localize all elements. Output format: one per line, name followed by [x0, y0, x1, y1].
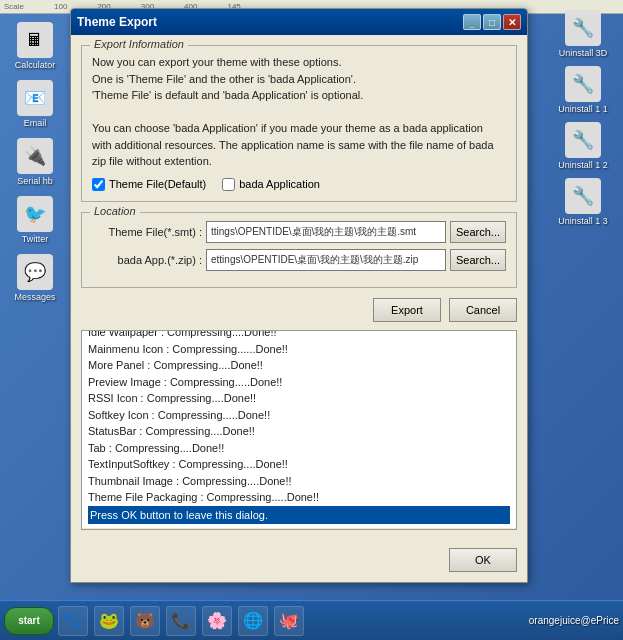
location-group: Location Theme File(*.smt) : Search... b… [81, 212, 517, 288]
export-button[interactable]: Export [373, 298, 441, 322]
desktop-icon-serial[interactable]: 🔌 Serial hb [0, 138, 70, 186]
export-info-group: Export Information Now you can export yo… [81, 45, 517, 202]
taskbar-icon-2[interactable]: 🐸 [94, 606, 124, 636]
bada-app-checkbox-label: bada Application [239, 178, 320, 190]
bada-app-input[interactable] [206, 249, 446, 271]
export-info-label: Export Information [90, 38, 188, 50]
theme-file-search-button[interactable]: Search... [450, 221, 506, 243]
log-line: Mainmenu Icon : Compressing......Done!! [88, 341, 510, 358]
taskbar-icons: 🐾 🐸 🐻 📞 🌸 🌐 🐙 [58, 606, 525, 636]
taskbar-icon-5[interactable]: 🌸 [202, 606, 232, 636]
bada-app-row: bada App.(*.zip) : Search... [92, 249, 506, 271]
dialog-title: Theme Export [77, 15, 157, 29]
action-buttons: Export Cancel [81, 298, 517, 322]
uninstall-label-4: Uninstall 1 3 [558, 216, 608, 226]
ruler-mark: 100 [54, 2, 67, 11]
taskbar-icon-4[interactable]: 📞 [166, 606, 196, 636]
email-icon: 📧 [17, 80, 53, 116]
taskbar-icon-3[interactable]: 🐻 [130, 606, 160, 636]
theme-file-label: Theme File(*.smt) : [92, 226, 202, 238]
calculator-icon: 🖩 [17, 22, 53, 58]
log-line: Press OK button to leave this dialog. [88, 506, 510, 525]
checkbox-row: Theme File(Default) bada Application [92, 178, 506, 191]
theme-file-row: Theme File(*.smt) : Search... [92, 221, 506, 243]
log-line: Thumbnail Image : Compressing....Done!! [88, 473, 510, 490]
title-bar: Theme Export _ □ ✕ [71, 9, 527, 35]
taskbar-right: orangejuice@ePrice [529, 615, 619, 626]
ok-button[interactable]: OK [449, 548, 517, 572]
tray-user-text: orangejuice@ePrice [529, 615, 619, 626]
theme-file-checkbox-label: Theme File(Default) [109, 178, 206, 190]
log-area[interactable]: Start!!Battery Icon : Compressing....Don… [81, 330, 517, 530]
dialog-content: Export Information Now you can export yo… [71, 35, 527, 540]
taskbar-icon-6[interactable]: 🌐 [238, 606, 268, 636]
log-line: Theme File Packaging : Compressing.....D… [88, 489, 510, 506]
uninstall-label-3: Uninstall 1 2 [558, 160, 608, 170]
taskbar-icon-1[interactable]: 🐾 [58, 606, 88, 636]
maximize-button[interactable]: □ [483, 14, 501, 30]
desktop-icon-right-2[interactable]: 🔧 Uninstall 1 1 [548, 66, 618, 114]
ruler-mark: Scale [4, 2, 24, 11]
bada-app-search-button[interactable]: Search... [450, 249, 506, 271]
checkbox-bada-app[interactable]: bada Application [222, 178, 320, 191]
desktop-icon-messages[interactable]: 💬 Messages [0, 254, 70, 302]
minimize-button[interactable]: _ [463, 14, 481, 30]
cancel-button[interactable]: Cancel [449, 298, 517, 322]
log-line: Softkey Icon : Compressing.....Done!! [88, 407, 510, 424]
desktop-icon-right-4[interactable]: 🔧 Uninstall 1 3 [548, 178, 618, 226]
info-line-2: One is 'Theme File' and the other is 'ba… [92, 71, 506, 88]
bada-app-label: bada App.(*.zip) : [92, 254, 202, 266]
right-desktop-icons: 🔧 Uninstall 3D 🔧 Uninstall 1 1 🔧 Uninsta… [543, 0, 623, 520]
uninstall-label-2: Uninstall 1 1 [558, 104, 608, 114]
uninstall-icon-4: 🔧 [565, 178, 601, 214]
uninstall-icon-3: 🔧 [565, 122, 601, 158]
export-info-text: Now you can export your theme with these… [92, 54, 506, 170]
log-line: TextInputSoftkey : Compressing....Done!! [88, 456, 510, 473]
twitter-icon: 🐦 [17, 196, 53, 232]
log-line: RSSI Icon : Compressing....Done!! [88, 390, 510, 407]
close-button[interactable]: ✕ [503, 14, 521, 30]
checkbox-theme-file[interactable]: Theme File(Default) [92, 178, 206, 191]
desktop-icon-right-1[interactable]: 🔧 Uninstall 3D [548, 10, 618, 58]
theme-file-checkbox[interactable] [92, 178, 105, 191]
log-line: Tab : Compressing....Done!! [88, 440, 510, 457]
location-group-label: Location [90, 205, 140, 217]
taskbar: start 🐾 🐸 🐻 📞 🌸 🌐 🐙 orangejuice@ePrice [0, 600, 623, 640]
log-line: Preview Image : Compressing.....Done!! [88, 374, 510, 391]
info-line-1: Now you can export your theme with these… [92, 54, 506, 71]
title-bar-controls: _ □ ✕ [463, 14, 521, 30]
twitter-label: Twitter [22, 234, 49, 244]
info-line-6: with additional resources. The applicati… [92, 137, 506, 154]
uninstall-icon-1: 🔧 [565, 10, 601, 46]
log-line: StatusBar : Compressing....Done!! [88, 423, 510, 440]
info-line-3: 'Theme File' is default and 'bada Applic… [92, 87, 506, 104]
theme-file-input[interactable] [206, 221, 446, 243]
serial-label: Serial hb [17, 176, 53, 186]
desktop-icon-email[interactable]: 📧 Email [0, 80, 70, 128]
log-line: Idle Wallpaper : Compressing....Done!! [88, 330, 510, 341]
left-desktop-icons: 🖩 Calculator 📧 Email 🔌 Serial hb 🐦 Twitt… [0, 14, 70, 302]
theme-export-dialog: Theme Export _ □ ✕ Export Information No… [70, 8, 528, 583]
desktop-icon-twitter[interactable]: 🐦 Twitter [0, 196, 70, 244]
serial-icon: 🔌 [17, 138, 53, 174]
calculator-label: Calculator [15, 60, 56, 70]
ok-area: OK [71, 540, 527, 582]
uninstall-label-1: Uninstall 3D [559, 48, 608, 58]
bada-app-checkbox[interactable] [222, 178, 235, 191]
start-button[interactable]: start [4, 607, 54, 635]
messages-label: Messages [14, 292, 55, 302]
info-line-7: zip file without extention. [92, 153, 506, 170]
desktop-icon-right-3[interactable]: 🔧 Uninstall 1 2 [548, 122, 618, 170]
desktop-icon-calculator[interactable]: 🖩 Calculator [0, 22, 70, 70]
uninstall-icon-2: 🔧 [565, 66, 601, 102]
messages-icon: 💬 [17, 254, 53, 290]
taskbar-icon-7[interactable]: 🐙 [274, 606, 304, 636]
info-line-5: You can choose 'bada Application' if you… [92, 120, 506, 137]
log-line: More Panel : Compressing....Done!! [88, 357, 510, 374]
email-label: Email [24, 118, 47, 128]
